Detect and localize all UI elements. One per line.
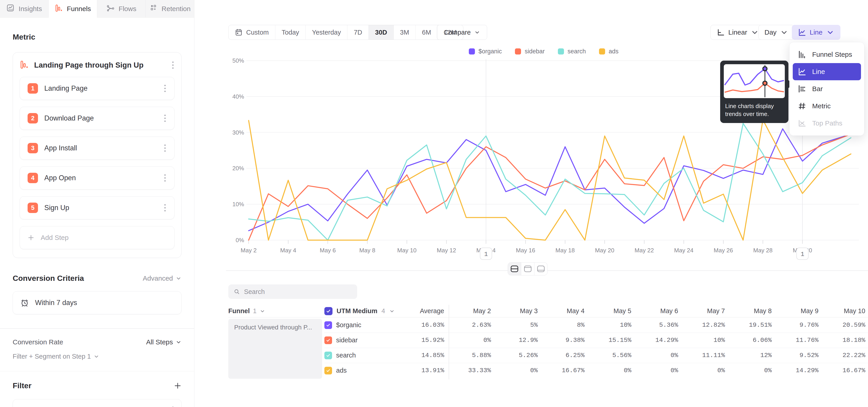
annotation-badge[interactable]: 1 [480, 248, 492, 259]
filter-platform-card[interactable]: Aa Platform Is iOS Native [13, 399, 182, 407]
svg-text:20%: 20% [232, 165, 244, 171]
select-all-checkbox[interactable] [324, 307, 333, 315]
column-header-may-5[interactable]: May 5 [585, 307, 631, 315]
column-header-may-2[interactable]: May 2 [444, 307, 491, 315]
cell-value: 5.36% [631, 321, 678, 328]
conversion-window-card[interactable]: Within 7 days [13, 291, 182, 314]
filter-segment-step1-dropdown[interactable]: Filter + Segment on Step 1 [13, 353, 182, 360]
legend-item-search[interactable]: search [558, 48, 586, 55]
search-input[interactable] [244, 288, 352, 295]
step-label: App Open [44, 174, 157, 182]
legend-item-ads[interactable]: ads [599, 48, 619, 55]
tab-retention[interactable]: Retention [146, 0, 194, 18]
svg-text:May 2: May 2 [241, 247, 257, 254]
line-chart-icon [798, 28, 806, 36]
column-header-may-10[interactable]: May 10 [818, 307, 865, 315]
column-header-may-6[interactable]: May 6 [631, 307, 678, 315]
funnel-step-1[interactable]: 1 Landing Page [20, 77, 175, 100]
layout-table-top-view-button[interactable] [521, 262, 534, 275]
range-custom[interactable]: Custom [228, 25, 275, 39]
column-header-may-9[interactable]: May 9 [772, 307, 818, 315]
step-kebab-menu[interactable] [163, 203, 166, 212]
interval-dropdown[interactable]: Day [758, 25, 794, 40]
check-icon [326, 308, 331, 314]
row-checkbox[interactable] [324, 337, 332, 344]
row-checkbox[interactable] [324, 352, 332, 359]
linear-axis-icon [717, 28, 725, 36]
layout-toggle-group [508, 262, 548, 275]
step-kebab-menu[interactable] [163, 84, 166, 93]
cell-value: 9.52% [772, 352, 818, 359]
legend-item-sidebar[interactable]: sidebar [515, 48, 545, 55]
funnel-step-5[interactable]: 5 Sign Up [20, 196, 175, 219]
cell-value: 9.76% [772, 321, 818, 328]
cell-value: 6.06% [725, 337, 772, 344]
tab-funnels[interactable]: Funnels [49, 0, 97, 18]
step-label: Sign Up [44, 204, 157, 212]
funnel-name-cell[interactable]: Product Viewed through P... [228, 319, 322, 379]
layout-table-bottom-view-button[interactable] [534, 262, 547, 275]
cell-value: 16.03% [398, 321, 444, 328]
column-header-may-8[interactable]: May 8 [725, 307, 772, 315]
metric-kebab-menu[interactable] [171, 61, 175, 70]
svg-text:30%: 30% [232, 129, 244, 136]
svg-text:May 6: May 6 [320, 247, 336, 254]
range-30d[interactable]: 30D [368, 25, 393, 39]
tab-insights[interactable]: Insights [0, 0, 49, 18]
column-header-may-7[interactable]: May 7 [678, 307, 725, 315]
funnel-column-dropdown[interactable]: Funnel 1 [228, 307, 324, 315]
svg-text:40%: 40% [232, 93, 244, 100]
legend-item-organic[interactable]: $organic [469, 48, 502, 55]
menu-item-funnel-steps[interactable]: Funnel Steps [793, 46, 861, 63]
svg-text:May 12: May 12 [437, 247, 456, 254]
cell-value: 10% [585, 321, 631, 328]
range-7d[interactable]: 7D [347, 25, 368, 39]
cell-value: 0% [585, 367, 631, 374]
scale-dropdown[interactable]: Linear [710, 25, 765, 40]
conversion-criteria-mode-dropdown[interactable]: Advanced [143, 275, 182, 282]
utm-medium-column-dropdown[interactable]: UTM Medium 4 [324, 307, 398, 315]
row-checkbox[interactable] [324, 367, 332, 374]
chart-type-dropdown[interactable]: Line [792, 25, 840, 40]
add-step-button[interactable]: Add Step [20, 226, 175, 249]
filter-kebab-menu[interactable] [171, 406, 175, 407]
funnel-steps-icon [798, 50, 806, 59]
metric-card: Landing Page through Sign Up 1 Landing P… [13, 52, 182, 258]
range-6m[interactable]: 6M [415, 25, 437, 39]
table-search[interactable] [228, 284, 357, 299]
tab-flows[interactable]: Flows [97, 0, 146, 18]
menu-item-line[interactable]: Line [793, 63, 861, 80]
menu-item-metric[interactable]: Metric [793, 97, 861, 115]
step-kebab-menu[interactable] [163, 174, 166, 183]
check-icon [326, 323, 331, 327]
step-number-badge: 3 [28, 143, 38, 153]
range-today[interactable]: Today [275, 25, 305, 39]
range-3m[interactable]: 3M [394, 25, 415, 39]
menu-item-bar[interactable]: Bar [793, 80, 861, 97]
funnel-step-3[interactable]: 3 App Install [20, 136, 175, 160]
step-kebab-menu[interactable] [163, 144, 166, 153]
chevron-down-icon [176, 275, 182, 281]
add-filter-button[interactable] [174, 382, 182, 389]
funnel-step-4[interactable]: 4 App Open [20, 166, 175, 189]
funnel-step-2[interactable]: 2 Download Page [20, 107, 175, 130]
compare-button[interactable]: Compare [437, 25, 487, 40]
layout-split-view-button[interactable] [508, 262, 521, 275]
column-header-may-3[interactable]: May 3 [491, 307, 538, 315]
column-header-average[interactable]: Average [398, 307, 444, 315]
annotation-badge[interactable]: 1 [797, 248, 808, 259]
top-paths-icon [798, 119, 806, 128]
column-header-may-4[interactable]: May 4 [538, 307, 585, 315]
step-kebab-menu[interactable] [163, 114, 166, 123]
conversion-rate-dropdown[interactable]: All Steps [146, 338, 182, 346]
cell-value: 2.63% [444, 321, 491, 328]
row-checkbox[interactable] [324, 321, 332, 329]
chevron-down-icon [260, 308, 265, 314]
cell-value: 20.59% [818, 321, 865, 328]
legend-swatch [469, 49, 475, 55]
svg-text:May 4: May 4 [280, 247, 296, 254]
chevron-down-icon [94, 354, 99, 359]
conversion-window-value: Within 7 days [35, 299, 77, 307]
range-yesterday[interactable]: Yesterday [305, 25, 347, 39]
svg-text:May 22: May 22 [634, 247, 654, 254]
